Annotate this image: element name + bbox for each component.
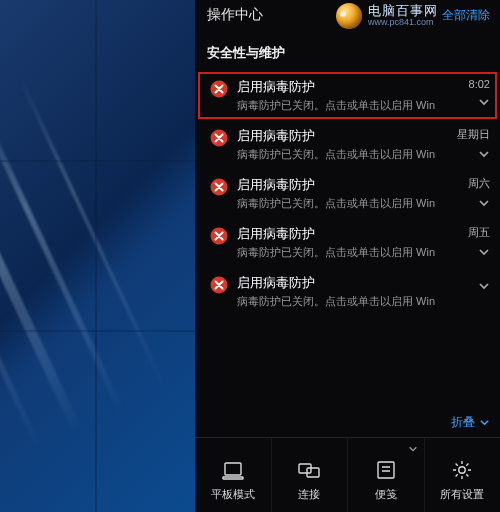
notification-title: 启用病毒防护 xyxy=(237,127,452,145)
desktop-wallpaper xyxy=(0,0,200,512)
watermark-text-cn: 电脑百事网 xyxy=(368,4,438,18)
notification-title: 启用病毒防护 xyxy=(237,78,452,96)
notification-description: 病毒防护已关闭。点击或单击以启用 Win xyxy=(237,196,452,211)
chevron-down-icon[interactable] xyxy=(478,280,490,292)
notification-item[interactable]: 启用病毒防护病毒防护已关闭。点击或单击以启用 Win周五 xyxy=(199,220,496,265)
notification-title: 启用病毒防护 xyxy=(237,274,452,292)
notification-description: 病毒防护已关闭。点击或单击以启用 Win xyxy=(237,98,452,113)
quick-action-note[interactable]: 便笺 xyxy=(348,438,425,512)
quick-actions-bar: 平板模式连接便笺所有设置 xyxy=(195,437,500,512)
section-title: 安全性与维护 xyxy=(195,28,500,70)
panel-title: 操作中心 xyxy=(207,6,263,24)
watermark-text-en: www.pc841.com xyxy=(368,18,438,27)
quick-action-label: 便笺 xyxy=(375,487,397,502)
chevron-down-icon[interactable] xyxy=(478,148,490,160)
quick-action-label: 连接 xyxy=(298,487,320,502)
chevron-down-icon xyxy=(479,417,490,428)
watermark: 电脑百事网 www.pc841.com xyxy=(336,3,438,29)
notification-description: 病毒防护已关闭。点击或单击以启用 Win xyxy=(237,294,452,309)
quick-action-connect[interactable]: 连接 xyxy=(272,438,349,512)
chevron-down-icon[interactable] xyxy=(478,246,490,258)
collapse-label: 折叠 xyxy=(451,414,475,431)
notification-title: 启用病毒防护 xyxy=(237,176,452,194)
notification-item[interactable]: 启用病毒防护病毒防护已关闭。点击或单击以启用 Win xyxy=(199,269,496,314)
notification-description: 病毒防护已关闭。点击或单击以启用 Win xyxy=(237,147,452,162)
error-icon xyxy=(210,227,228,245)
notification-time: 周五 xyxy=(468,225,490,240)
quick-action-label: 平板模式 xyxy=(211,487,255,502)
action-center-header: 操作中心 电脑百事网 www.pc841.com 全部清除 xyxy=(195,0,500,28)
chevron-down-icon[interactable] xyxy=(478,197,490,209)
notification-time: 8:02 xyxy=(469,78,490,90)
note-icon xyxy=(375,459,397,481)
watermark-globe-icon xyxy=(336,3,362,29)
chevron-down-icon[interactable] xyxy=(408,444,418,454)
notification-description: 病毒防护已关闭。点击或单击以启用 Win xyxy=(237,245,452,260)
connect-icon xyxy=(298,459,320,481)
collapse-button[interactable]: 折叠 xyxy=(195,408,500,437)
quick-action-settings[interactable]: 所有设置 xyxy=(425,438,501,512)
notification-list: 启用病毒防护病毒防护已关闭。点击或单击以启用 Win8:02启用病毒防护病毒防护… xyxy=(195,70,500,408)
notification-title: 启用病毒防护 xyxy=(237,225,452,243)
notification-item[interactable]: 启用病毒防护病毒防护已关闭。点击或单击以启用 Win8:02 xyxy=(199,73,496,118)
clear-all-link[interactable]: 全部清除 xyxy=(442,7,490,24)
error-icon xyxy=(210,80,228,98)
action-center-panel: 操作中心 电脑百事网 www.pc841.com 全部清除 安全性与维护 启用病… xyxy=(195,0,500,512)
chevron-down-icon[interactable] xyxy=(478,96,490,108)
quick-action-tablet[interactable]: 平板模式 xyxy=(195,438,272,512)
notification-item[interactable]: 启用病毒防护病毒防护已关闭。点击或单击以启用 Win星期日 xyxy=(199,122,496,167)
quick-action-label: 所有设置 xyxy=(440,487,484,502)
error-icon xyxy=(210,129,228,147)
notification-item[interactable]: 启用病毒防护病毒防护已关闭。点击或单击以启用 Win周六 xyxy=(199,171,496,216)
error-icon xyxy=(210,178,228,196)
settings-icon xyxy=(451,459,473,481)
tablet-icon xyxy=(222,459,244,481)
notification-time: 周六 xyxy=(468,176,490,191)
notification-time: 星期日 xyxy=(457,127,490,142)
error-icon xyxy=(210,276,228,294)
